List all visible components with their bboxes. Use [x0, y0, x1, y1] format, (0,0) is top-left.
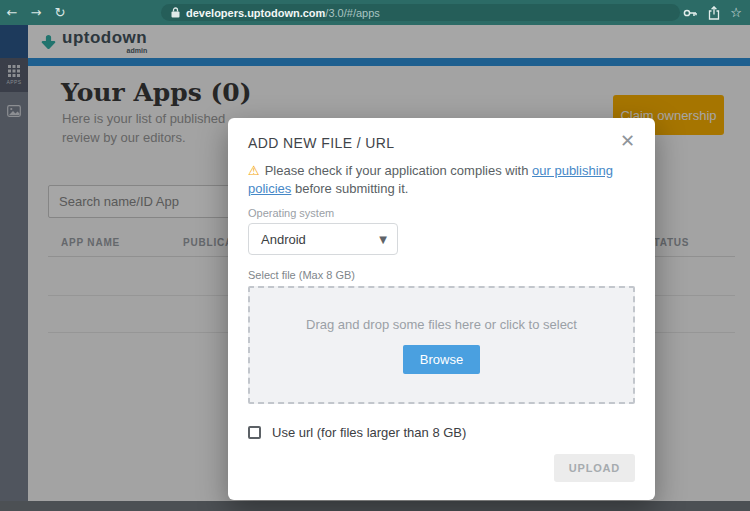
address-bar[interactable]: developers.uptodown.com/3.0/#/apps	[161, 4, 680, 21]
browser-toolbar: ← → ↻ developers.uptodown.com/3.0/#/apps…	[0, 0, 750, 25]
password-key-icon[interactable]	[683, 8, 698, 18]
browser-actions: ☆	[683, 0, 742, 25]
modal-footer: UPLOAD	[248, 454, 635, 482]
publishing-policy-warning: ⚠Please check if your application compli…	[248, 162, 635, 198]
chevron-down-icon: ▼	[379, 234, 387, 245]
share-icon[interactable]	[708, 6, 720, 20]
warning-text-pre: Please check if your application complie…	[265, 163, 529, 178]
back-icon[interactable]: ←	[0, 0, 24, 25]
url-text: developers.uptodown.com/3.0/#/apps	[186, 7, 380, 19]
upload-button[interactable]: UPLOAD	[554, 454, 635, 482]
forward-icon[interactable]: →	[24, 0, 48, 25]
reload-icon[interactable]: ↻	[48, 0, 72, 25]
operating-system-value: Android	[261, 232, 306, 247]
modal-title: ADD NEW FILE / URL	[248, 132, 394, 151]
operating-system-label: Operating system	[248, 207, 635, 219]
bookmark-star-icon[interactable]: ☆	[730, 5, 742, 20]
operating-system-select[interactable]: Android ▼	[248, 223, 398, 255]
url-path: /3.0/#/apps	[325, 7, 379, 19]
url-domain: developers.uptodown.com	[186, 7, 325, 19]
use-url-label: Use url (for files larger than 8 GB)	[272, 425, 466, 440]
close-icon[interactable]: ✕	[620, 132, 635, 150]
warning-text-post: before submitting it.	[295, 181, 408, 196]
select-file-label: Select file (Max 8 GB)	[248, 269, 635, 281]
lock-icon	[171, 7, 180, 18]
warning-triangle-icon: ⚠	[248, 163, 260, 178]
use-url-row: Use url (for files larger than 8 GB)	[248, 425, 635, 440]
use-url-checkbox[interactable]	[248, 426, 261, 439]
dropzone-hint-text: Drag and drop some files here or click t…	[306, 317, 577, 332]
file-dropzone[interactable]: Drag and drop some files here or click t…	[248, 286, 635, 404]
add-file-modal: ADD NEW FILE / URL ✕ ⚠Please check if yo…	[228, 118, 655, 500]
modal-header: ADD NEW FILE / URL ✕	[248, 132, 635, 151]
browse-button[interactable]: Browse	[403, 345, 480, 374]
